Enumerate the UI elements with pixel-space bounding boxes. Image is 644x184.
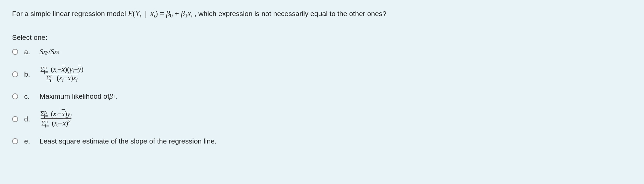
option-c-content: Maximum likelihood of β1 .: [40, 92, 117, 101]
option-d-letter: d.: [24, 115, 34, 123]
option-b[interactable]: b. Σni=(xi−x)(yi−y)Σni=(xi−x)xi: [12, 66, 632, 83]
question-formula: E(Yi | xi) = β0 + β1xi: [128, 9, 193, 18]
radio-a[interactable]: [12, 49, 18, 55]
question-suffix: , which expression is not necessarily eq…: [195, 10, 386, 17]
option-c[interactable]: c. Maximum likelihood of β1 .: [12, 92, 632, 101]
option-a[interactable]: a. Sxy/Sxx: [12, 48, 632, 56]
radio-b[interactable]: [12, 71, 18, 77]
question-prefix: For a simple linear regression model: [12, 10, 128, 17]
option-d[interactable]: d. Σni=(xi−x)yiΣni=(xi−x)2: [12, 110, 632, 128]
option-b-letter: b.: [24, 70, 34, 78]
radio-d[interactable]: [12, 116, 18, 122]
select-one-label: Select one:: [12, 33, 632, 41]
option-d-content: Σni=(xi−x)yiΣni=(xi−x)2: [40, 110, 72, 128]
option-e[interactable]: e. Least square estimate of the slope of…: [12, 137, 632, 145]
option-e-letter: e.: [24, 137, 34, 145]
option-e-content: Least square estimate of the slope of th…: [40, 137, 217, 145]
question-container: For a simple linear regression model E(Y…: [0, 0, 644, 153]
question-text: For a simple linear regression model E(Y…: [12, 8, 632, 20]
radio-c[interactable]: [12, 93, 18, 99]
options-group: a. Sxy/Sxx b. Σni=(xi−x)(yi−y)Σni=(xi−x)…: [12, 48, 632, 145]
option-b-content: Σni=(xi−x)(yi−y)Σni=(xi−x)xi: [40, 66, 84, 83]
option-a-content: Sxy/Sxx: [40, 48, 59, 56]
radio-e[interactable]: [12, 138, 18, 144]
option-a-letter: a.: [24, 48, 34, 56]
option-c-letter: c.: [24, 92, 34, 100]
